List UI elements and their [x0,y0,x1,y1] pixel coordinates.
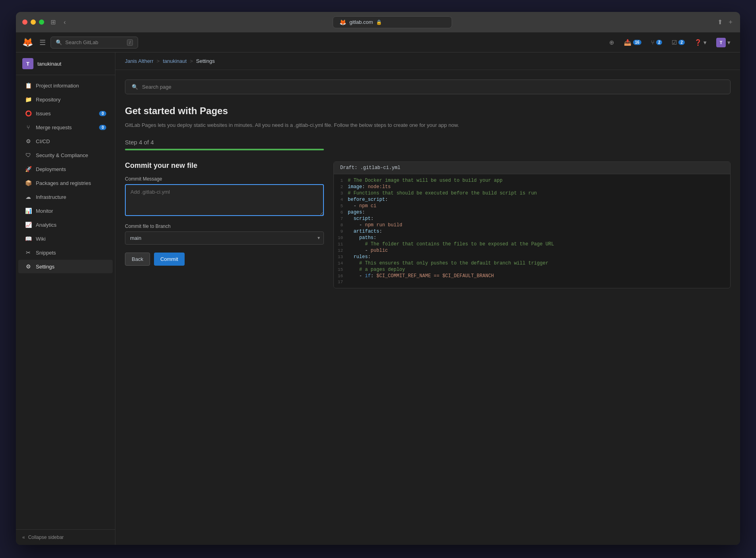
back-button[interactable]: Back [125,253,150,266]
create-new-button[interactable]: ⊕ [606,37,618,48]
sidebar-item-project-information[interactable]: 📋 Project information [18,79,113,92]
sidebar-item-wiki[interactable]: 📖 Wiki [18,232,113,245]
todo-icon: 📥 [624,39,631,46]
security-icon: 🛡 [25,152,32,158]
sidebar-item-cicd[interactable]: ⚙ CI/CD [18,134,113,148]
code-panel: Draft: .gitlab-ci.yml 1 # The Docker ima… [333,161,731,288]
button-row: Back Commit [125,253,324,266]
sidebar-item-label: Merge requests [36,124,72,130]
sidebar-toggle-icon[interactable]: ⊞ [49,17,57,27]
sidebar-item-deployments[interactable]: 🚀 Deployments [18,162,113,176]
sidebar-item-packages-registries[interactable]: 📦 Packages and registries [18,176,113,190]
branch-group: Commit file to Branch main ▾ [125,224,324,245]
new-tab-icon[interactable]: ＋ [727,18,734,26]
sidebar-item-settings[interactable]: ⚙ Settings [18,260,113,273]
sidebar-user[interactable]: T tanukinaut [16,52,115,75]
page-description: GitLab Pages lets you deploy static webs… [125,121,731,129]
sidebar-item-security-compliance[interactable]: 🛡 Security & Compliance [18,148,113,162]
settings-icon: ⚙ [25,263,32,270]
commit-message-label: Commit Message [125,176,324,182]
minimize-button[interactable] [31,19,36,25]
url-bar: 🦊 gitlab.com 🔒 [72,16,713,28]
merge-badge: 2 [656,40,662,45]
sidebar-item-label: CI/CD [36,138,50,144]
branch-select[interactable]: main [125,231,324,245]
collapse-icon: « [22,535,25,540]
code-line: 12 - public [334,247,730,254]
monitor-icon: 📊 [25,208,32,214]
merge-icon: ⑂ [651,39,655,46]
hamburger-menu-button[interactable]: ☰ [39,38,46,47]
search-placeholder: Search GitLab [65,39,98,45]
create-icon: ⊕ [609,39,614,46]
search-shortcut: / [127,39,133,46]
two-col-layout: Commit your new file Commit Message Comm… [125,161,731,288]
lock-icon: 🔒 [376,19,382,25]
step-progress-bar [125,149,324,150]
sidebar-item-infrastructure[interactable]: ☁ Infrastructure [18,190,113,204]
gitlab-logo-icon: 🦊 [22,37,33,48]
issues-badge: 2 [678,40,685,45]
title-bar-left: ⊞ ‹ [22,17,67,27]
sidebar-item-snippets[interactable]: ✂ Snippets [18,246,113,259]
nav-icons: ⊕ 📥 16 ⑂ 2 ☑ 2 ❓ ▾ T ▾ [606,36,734,49]
breadcrumb-current: Settings [196,58,215,64]
back-button[interactable]: ‹ [62,17,67,27]
search-page-icon: 🔍 [132,84,138,90]
sidebar-item-label: Snippets [36,250,56,256]
collapse-label: Collapse sidebar [28,535,64,540]
code-line: 9 artifacts: [334,228,730,235]
global-search-bar[interactable]: 🔍 Search GitLab / [51,37,138,49]
sidebar-item-label: Infrastructure [36,194,66,200]
code-line: 5 - npm ci [334,203,730,209]
merge-requests-button[interactable]: ⑂ 2 [648,37,666,47]
sidebar-item-monitor[interactable]: 📊 Monitor [18,204,113,218]
snippets-icon: ✂ [25,249,32,256]
sidebar-item-label: Settings [36,264,55,270]
collapse-sidebar-button[interactable]: « Collapse sidebar [16,529,115,545]
search-icon: 🔍 [56,39,62,45]
code-line: 2 image: node:lts [334,184,730,190]
issues-sidebar-badge: 0 [99,111,106,116]
maximize-button[interactable] [39,19,44,25]
code-line: 1 # The Docker image that will be used t… [334,177,730,184]
title-bar: ⊞ ‹ 🦊 gitlab.com 🔒 ⬆ ＋ [16,12,740,33]
todo-button[interactable]: 📥 16 [621,37,645,48]
user-chevron-icon: ▾ [727,39,731,46]
nav-avatar: T [716,38,726,47]
top-nav: 🦊 ☰ 🔍 Search GitLab / ⊕ 📥 16 ⑂ 2 ☑ 2 [16,33,740,52]
traffic-lights [22,19,44,25]
search-page-bar[interactable]: 🔍 Search page [125,80,731,94]
code-line: 16 - if: $CI_COMMIT_REF_NAME == $CI_DEFA… [334,273,730,279]
issues-button[interactable]: ☑ 2 [668,37,688,48]
code-filename: Draft: .gitlab-ci.yml [340,165,400,171]
breadcrumb-sep2: > [190,58,193,64]
sidebar-item-label: Packages and registries [36,180,91,186]
app-layout: T tanukinaut 📋 Project information 📁 Rep… [16,52,740,545]
code-line: 4 before_script: [334,196,730,203]
code-panel-header: Draft: .gitlab-ci.yml [334,162,730,174]
close-button[interactable] [22,19,27,25]
sidebar-item-merge-requests[interactable]: ⑂ Merge requests 0 [18,121,113,134]
sidebar-item-issues[interactable]: ⭕ Issues 0 [18,107,113,120]
commit-message-input[interactable] [125,184,324,216]
code-line: 6 pages: [334,209,730,216]
breadcrumb-janis[interactable]: Janis Altherr [125,58,154,64]
code-line: 7 script: [334,216,730,222]
sidebar-item-label: Deployments [36,166,66,172]
code-line: 3 # Functions that should be executed be… [334,190,730,196]
commit-button[interactable]: Commit [154,253,185,266]
sidebar-item-label: Wiki [36,236,46,242]
breadcrumb-tanukinaut[interactable]: tanukinaut [163,58,187,64]
user-avatar-button[interactable]: T ▾ [713,36,734,49]
url-input[interactable]: 🦊 gitlab.com 🔒 [333,16,452,28]
sidebar-item-analytics[interactable]: 📈 Analytics [18,218,113,231]
help-button[interactable]: ❓ ▾ [691,37,710,48]
title-bar-right: ⬆ ＋ [717,18,734,26]
sidebar: T tanukinaut 📋 Project information 📁 Rep… [16,52,115,545]
sidebar-item-repository[interactable]: 📁 Repository [18,93,113,106]
breadcrumb: Janis Altherr > tanukinaut > Settings [115,52,740,70]
sidebar-item-label: Repository [36,97,60,103]
share-icon[interactable]: ⬆ [717,18,723,26]
url-favicon-icon: 🦊 [339,19,346,25]
